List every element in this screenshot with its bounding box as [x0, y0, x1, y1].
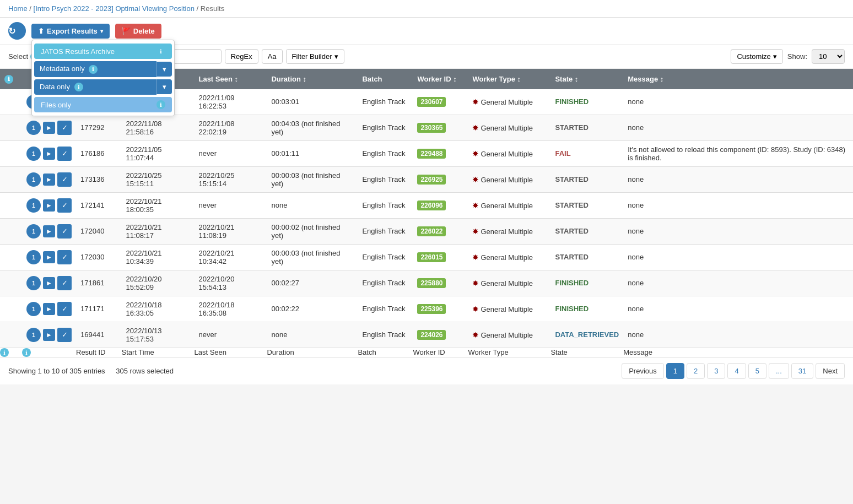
th-worker-id[interactable]: Worker ID ↕	[413, 69, 468, 89]
customize-button[interactable]: Customize ▾	[731, 49, 782, 64]
row-actions-cell: 1 ► ✓	[22, 322, 76, 348]
export-data-only[interactable]: Data only ℹ	[34, 79, 156, 95]
tfoot-result-id: Result ID	[76, 348, 121, 357]
cell-state: STARTED	[550, 192, 623, 218]
filter-builder-button[interactable]: Filter Builder ▾	[286, 49, 344, 64]
component-count-button[interactable]: 1	[26, 302, 41, 316]
expand-row-button[interactable]: ►	[43, 251, 55, 263]
export-menu: JATOS Results Archive ℹ Metadata only ℹ …	[31, 40, 175, 116]
expand-row-button[interactable]: ►	[43, 148, 55, 160]
cell-worker-id: 226022	[413, 218, 468, 244]
delete-button[interactable]: 🚩 Delete	[115, 24, 161, 39]
cell-last-seen: 2022/10/21 11:08:19	[194, 218, 267, 244]
select-row-button[interactable]: ✓	[57, 328, 72, 342]
cell-start-time: 2022/10/18 16:33:05	[121, 296, 194, 322]
cell-batch: English Track	[358, 296, 413, 322]
th-last-seen[interactable]: Last Seen ↕	[194, 69, 267, 89]
regex-button[interactable]: RegEx	[225, 49, 258, 64]
component-count-button[interactable]: 1	[26, 172, 41, 187]
expand-row-button[interactable]: ►	[43, 199, 55, 212]
component-count-button[interactable]: 1	[26, 198, 41, 213]
th-state[interactable]: State ↕	[550, 69, 623, 89]
cell-start-time: 2022/10/21 11:08:17	[121, 218, 194, 244]
select-row-button[interactable]: ✓	[57, 224, 72, 239]
export-results-button[interactable]: ⬆ Export Results ▾	[31, 24, 110, 39]
tfoot-batch: Batch	[358, 348, 413, 357]
expand-row-button[interactable]: ►	[43, 225, 55, 237]
show-select[interactable]: 10 25 50 100	[812, 49, 845, 64]
next-button[interactable]: Next	[816, 363, 845, 379]
select-row-button[interactable]: ✓	[57, 198, 72, 213]
cell-state: STARTED	[550, 115, 623, 140]
select-row-button[interactable]: ✓	[57, 121, 72, 135]
export-metadata-only[interactable]: Metadata only ℹ	[34, 61, 156, 77]
pagination: Previous 1 2 3 4 5 ... 31 Next	[622, 363, 845, 379]
select-row-button[interactable]: ✓	[57, 147, 72, 161]
page-31-button[interactable]: 31	[791, 363, 813, 379]
page-4-button[interactable]: 4	[727, 363, 746, 379]
export-files-only[interactable]: Files only ℹ	[34, 97, 172, 112]
cell-result-id: 171861	[76, 270, 121, 296]
page-1-button[interactable]: 1	[666, 363, 684, 379]
select-row-button[interactable]: ✓	[57, 172, 72, 187]
component-count-button[interactable]: 1	[26, 147, 41, 161]
component-count-button[interactable]: 1	[26, 121, 41, 135]
component-count-button[interactable]: 1	[26, 276, 41, 290]
cell-message: none	[623, 89, 853, 115]
page-2-button[interactable]: 2	[687, 363, 705, 379]
cell-last-seen: never	[194, 322, 267, 348]
expand-row-button[interactable]: ►	[43, 303, 55, 315]
tfoot-last-seen: Last Seen	[194, 348, 267, 357]
expand-row-button[interactable]: ►	[43, 122, 55, 134]
component-count-button[interactable]: 1	[26, 224, 41, 239]
cell-batch: English Track	[358, 322, 413, 348]
th-worker-type[interactable]: Worker Type ↕	[468, 69, 550, 89]
row-actions-cell: 1 ► ✓	[22, 166, 76, 192]
case-button[interactable]: Aa	[262, 49, 283, 64]
cell-last-seen: 2022/10/25 15:15:14	[194, 166, 267, 192]
export-data-row: Data only ℹ ▾	[32, 78, 174, 96]
export-dropdown-wrapper: ⬆ Export Results ▾ JATOS Results Archive…	[31, 24, 110, 39]
select-row-button[interactable]: ✓	[57, 302, 72, 316]
page-5-button[interactable]: 5	[748, 363, 766, 379]
page-3-button[interactable]: 3	[707, 363, 725, 379]
component-count-button[interactable]: 1	[26, 328, 41, 342]
component-count-button[interactable]: 1	[26, 250, 41, 264]
export-metadata-caret[interactable]: ▾	[156, 62, 172, 77]
row-info-cell	[0, 192, 22, 218]
table-row: 1 ► ✓ 176186 2022/11/05 11:07:44 never 0…	[0, 140, 853, 166]
export-data-caret[interactable]: ▾	[156, 79, 172, 94]
cell-worker-type: ✸General Multiple	[468, 322, 550, 348]
worker-star-icon: ✸	[472, 97, 479, 106]
worker-star-icon: ✸	[472, 279, 479, 288]
row-actions-cell: 1 ► ✓	[22, 244, 76, 270]
select-row-button[interactable]: ✓	[57, 276, 72, 290]
show-label: Show:	[787, 52, 807, 61]
tfoot-worker-type: Worker Type	[468, 348, 550, 357]
expand-row-button[interactable]: ►	[43, 277, 55, 289]
cell-state: FINISHED	[550, 270, 623, 296]
cell-worker-id: 225396	[413, 296, 468, 322]
cell-message: It's not allowed to reload this componen…	[623, 140, 853, 166]
expand-row-button[interactable]: ►	[43, 174, 55, 186]
cell-start-time: 2022/11/05 11:07:44	[121, 140, 194, 166]
th-duration[interactable]: Duration ↕	[267, 69, 358, 89]
cell-result-id: 172040	[76, 218, 121, 244]
breadcrumb-study[interactable]: [Intro Psych 2022 - 2023] Optimal Viewin…	[34, 4, 195, 13]
select-row-button[interactable]: ✓	[57, 250, 72, 264]
row-info-cell	[0, 89, 22, 115]
previous-button[interactable]: Previous	[622, 363, 664, 379]
worker-star-icon: ✸	[472, 201, 479, 210]
cell-duration: 00:03:01	[267, 89, 358, 115]
cell-last-seen: 2022/11/08 22:02:19	[194, 115, 267, 140]
worker-star-icon: ✸	[472, 175, 479, 184]
th-batch[interactable]: Batch	[358, 69, 413, 89]
refresh-button[interactable]: ↻	[8, 22, 26, 40]
th-message[interactable]: Message ↕	[623, 69, 853, 89]
breadcrumb-home[interactable]: Home	[8, 4, 28, 13]
breadcrumb-results: Results	[201, 4, 224, 13]
header-info-icon: ℹ	[4, 75, 13, 84]
cell-message: none	[623, 218, 853, 244]
expand-row-button[interactable]: ►	[43, 329, 55, 341]
export-jatos-archive[interactable]: JATOS Results Archive ℹ	[34, 44, 172, 59]
